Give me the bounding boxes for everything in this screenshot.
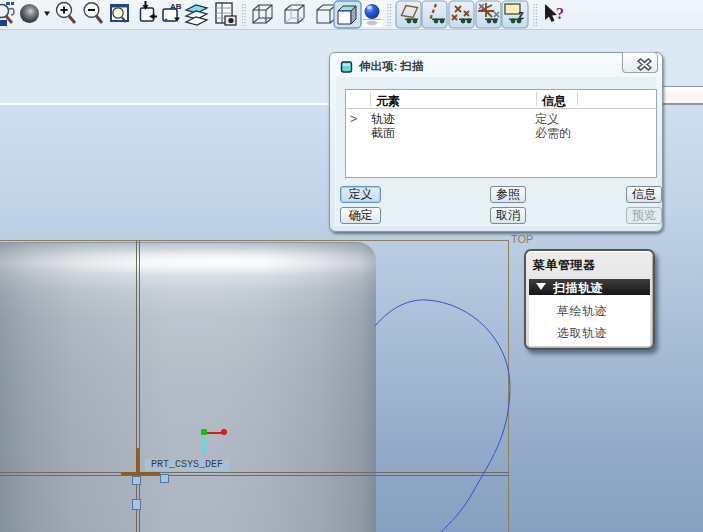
svg-text:AB: AB xyxy=(170,2,182,11)
svg-text:?: ? xyxy=(556,5,564,22)
